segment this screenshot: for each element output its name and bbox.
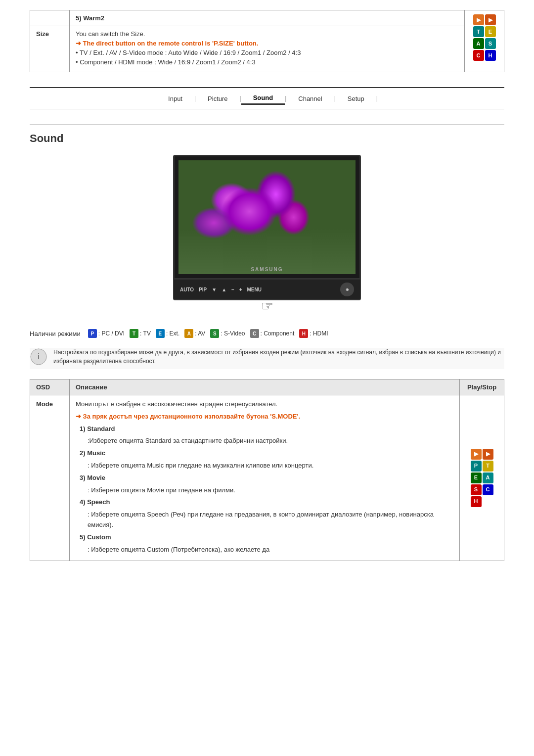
mode-av-text: : AV xyxy=(195,330,205,337)
warm2-label: 5) Warm2 xyxy=(76,14,104,22)
icon-a: A xyxy=(184,329,193,338)
nav-item-picture[interactable]: Picture xyxy=(196,93,239,104)
tv-illustration: SAMSUNG AUTO PIP ▼ ▲ – + MENU ⊕ ☞ xyxy=(30,155,504,314)
size-intro: You can switch the Size. xyxy=(76,30,458,38)
badge-h: H xyxy=(485,50,496,61)
badge-t: T xyxy=(473,26,484,37)
col-header-play: Play/Stop xyxy=(460,379,504,395)
mode-ext: E : Ext. xyxy=(156,329,179,338)
tv-btn-menu: MENU xyxy=(247,287,262,292)
desc-line-1: ➜ За пряк достъп чрез дистанционното изп… xyxy=(76,412,453,422)
nav-item-input[interactable]: Input xyxy=(156,93,194,104)
mode-ext-text: : Ext. xyxy=(166,330,179,337)
tv-screen-area: SAMSUNG xyxy=(173,155,361,280)
warm2-label-cell xyxy=(30,10,70,26)
badge-play2: ▶ xyxy=(485,14,496,25)
mode-badge-play2: ▶ xyxy=(483,449,493,460)
tv-btn-plus: + xyxy=(239,287,242,292)
nav-item-channel[interactable]: Channel xyxy=(286,93,334,104)
size-table: 5) Warm2 ▶ ▶ T E A S C H Size You xyxy=(30,10,504,72)
table-row-mode: Mode Мониторът е снабден с висококачеств… xyxy=(30,395,504,561)
icon-p: P xyxy=(88,329,97,338)
size-label-text: Size xyxy=(36,30,49,38)
mode-hdmi: H : HDMI xyxy=(299,329,328,338)
modes-label: Налични режими xyxy=(30,330,81,337)
desc-mode: Мониторът е снабден с висококачествен вг… xyxy=(70,395,460,561)
mode-badge-p: P xyxy=(471,461,482,472)
nav-item-setup[interactable]: Setup xyxy=(336,93,376,104)
mode-badge-c: C xyxy=(483,484,493,495)
tv-btn-minus: – xyxy=(231,287,234,292)
desc-line-10: 5) Custom xyxy=(80,532,453,543)
badge-grid-mode: ▶ ▶ P T E A S C H xyxy=(471,449,493,507)
modes-section: Налични режими P : PC / DVI T : TV E : E… xyxy=(30,329,504,338)
desc-line-0: Мониторът е снабден с висококачествен вг… xyxy=(76,399,453,410)
badge-e: E xyxy=(485,26,496,37)
mode-badge-t: T xyxy=(483,461,493,472)
play-stop-mode: ▶ ▶ P T E A S C H xyxy=(460,395,504,561)
mode-badge-a: A xyxy=(483,472,493,483)
badge-cell-top: ▶ ▶ T E A S C H xyxy=(465,10,504,72)
note-text: Настройката по подразбиране може да е др… xyxy=(53,348,504,366)
nav-sep-5: | xyxy=(376,95,378,102)
desc-line-11: : Изберете опцията Custom (Потребителска… xyxy=(88,545,453,555)
mode-pc-dvi: P : PC / DVI xyxy=(88,329,125,338)
mode-badge-h: H xyxy=(471,496,482,507)
main-table: OSD Описание Play/Stop Mode Мониторът е … xyxy=(30,379,504,561)
mode-svideo-text: : S-Video xyxy=(221,330,245,337)
size-direct: ➜ The direct button on the remote contro… xyxy=(76,40,458,47)
mode-badge-play1: ▶ xyxy=(471,449,482,460)
icon-h: H xyxy=(299,329,308,338)
tv-btn-source: ⊕ xyxy=(340,283,354,296)
size-tv: • TV / Ext. / AV / S-Video mode : Auto W… xyxy=(76,49,458,56)
icon-e: E xyxy=(156,329,165,338)
tv-screen: SAMSUNG xyxy=(178,160,356,274)
desc-line-9: : Изберете опцията Speech (Реч) при глед… xyxy=(88,510,453,530)
mode-tv-text: : TV xyxy=(140,330,151,337)
mode-badge-e: E xyxy=(471,472,482,483)
desc-line-4: 2) Music xyxy=(80,448,453,459)
tv-brand-label: SAMSUNG xyxy=(251,267,283,272)
nav-bar: Input | Picture | Sound | Channel | Setu… xyxy=(30,87,504,109)
desc-line-8: 4) Speech xyxy=(80,497,453,508)
mode-av: A : AV xyxy=(184,329,205,338)
mode-badge-s: S xyxy=(471,484,482,495)
badge-play: ▶ xyxy=(473,14,484,25)
size-label-cell: Size xyxy=(30,26,70,72)
desc-line-7: : Изберете опцията Movie при гледане на … xyxy=(88,485,453,496)
mode-component: C : Component xyxy=(250,329,295,338)
osd-mode: Mode xyxy=(30,395,70,561)
section-title: Sound xyxy=(30,132,504,145)
tv-controls-bar: AUTO PIP ▼ ▲ – + MENU ⊕ xyxy=(173,280,361,300)
nav-item-sound[interactable]: Sound xyxy=(241,92,285,105)
size-hdmi: • Component / HDMI mode : Wide / 16:9 / … xyxy=(76,58,458,66)
icon-c: C xyxy=(250,329,259,338)
icon-s: S xyxy=(210,329,219,338)
tv-wrapper: SAMSUNG AUTO PIP ▼ ▲ – + MENU ⊕ ☞ xyxy=(173,155,361,314)
col-header-osd: OSD xyxy=(30,379,70,395)
tv-btn-up: ▲ xyxy=(222,287,226,292)
mode-hdmi-text: : HDMI xyxy=(310,330,328,337)
col-header-desc: Описание xyxy=(70,379,460,395)
tv-btn-pip: PIP xyxy=(199,287,207,292)
note-icon: i xyxy=(30,348,47,369)
badge-s: S xyxy=(485,38,496,49)
note-svg: i xyxy=(30,348,47,366)
warm2-content-cell: 5) Warm2 xyxy=(70,10,465,26)
modes-row: Налични режими P : PC / DVI T : TV E : E… xyxy=(30,329,504,338)
note-box: i Настройката по подразбиране може да е … xyxy=(30,348,504,369)
mode-component-text: : Component xyxy=(261,330,295,337)
icon-t: T xyxy=(130,329,138,338)
tv-btn-auto: AUTO xyxy=(180,287,194,292)
tv-btn-down: ▼ xyxy=(212,287,217,292)
size-content-cell: You can switch the Size. ➜ The direct bu… xyxy=(70,26,465,72)
tv-hand-icon: ☞ xyxy=(173,298,361,314)
section-divider xyxy=(30,124,504,125)
tv-flower-image xyxy=(178,160,356,274)
desc-line-2: 1) Standard xyxy=(80,424,453,434)
source-icon: ⊕ xyxy=(346,287,349,292)
svg-text:i: i xyxy=(38,352,40,361)
badge-grid-top: ▶ ▶ T E A S C H xyxy=(473,14,496,61)
desc-line-6: 3) Movie xyxy=(80,473,453,483)
mode-svideo: S : S-Video xyxy=(210,329,245,338)
